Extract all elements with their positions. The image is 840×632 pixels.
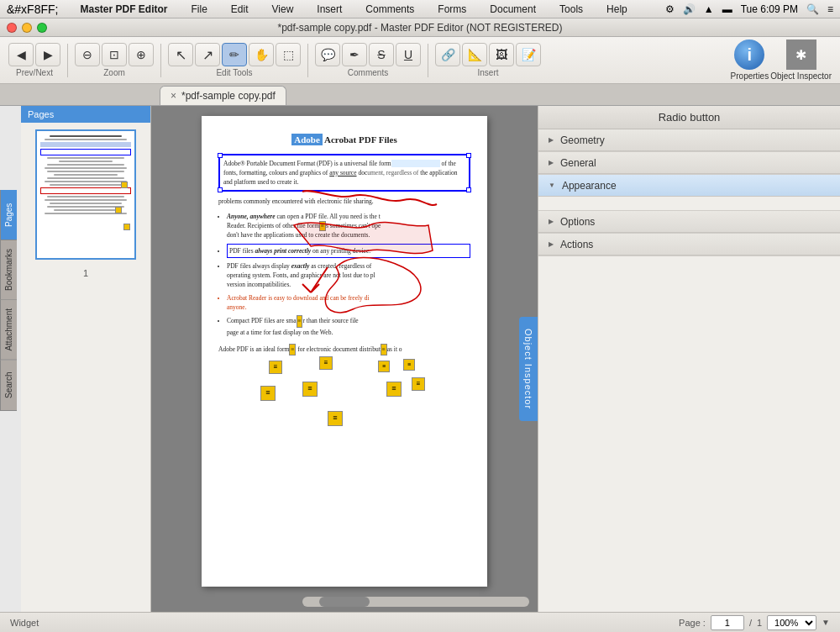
menu-file[interactable]: File (186, 2, 212, 17)
geometry-triangle: ▶ (549, 136, 554, 144)
link-button[interactable]: 🔗 (435, 43, 460, 66)
status-bar: Widget Page : / 1 100% 75% 125% 150% ▼ (0, 612, 840, 632)
inspector-title: Radio button (538, 106, 840, 129)
widget-label: Widget (10, 618, 39, 628)
bullet-5: Compact PDF files are sma≡r than their s… (227, 315, 470, 337)
pen-button[interactable]: ✒ (342, 43, 367, 66)
tab-bar: × *pdf-sample copy.pdf (0, 84, 840, 106)
handle-br (466, 187, 471, 192)
image-button[interactable]: 🖼 (489, 43, 514, 66)
edit-content-button[interactable]: ✏ (222, 43, 247, 66)
field-icon-9: ≡ (328, 411, 343, 426)
field-icon-6: ≡ (302, 382, 318, 397)
object-inspector-button[interactable]: ✱ Object Inspector (770, 40, 832, 81)
bookmarks-tab[interactable]: Bookmarks (0, 240, 17, 300)
select-tool-button[interactable]: ↖ (168, 43, 193, 66)
menu-extra-icon[interactable]: ≡ (827, 3, 833, 15)
text-selection-box: Adobe® Portable Document Format (PDF) is… (218, 154, 470, 192)
window-controls (7, 23, 47, 33)
actions-section-header[interactable]: ▶ Actions (538, 234, 840, 255)
pdf-page: Adobe Acrobat PDF Files Adobe® Portable … (202, 116, 487, 587)
general-section-header[interactable]: ▶ General (538, 152, 840, 174)
pdf-para1: Adobe® Portable Document Format (PDF) is… (223, 159, 465, 187)
page-thumbnail[interactable] (35, 129, 136, 260)
menu-edit[interactable]: Edit (226, 2, 254, 17)
menu-tools[interactable]: Tools (554, 2, 588, 17)
field-icon-5: ≡ (260, 386, 276, 401)
strikethrough-button[interactable]: S (369, 43, 394, 66)
menu-help[interactable]: Help (601, 2, 633, 17)
zoom-label: Zoom (103, 68, 125, 77)
general-triangle: ▶ (549, 159, 554, 166)
battery-icon: ▬ (722, 3, 732, 15)
options-section-header[interactable]: ▶ Options (538, 211, 840, 233)
properties-button[interactable]: i Properties (731, 40, 769, 81)
pdf-footer-area: Adobe PDF is an ideal form≡ for electron… (218, 344, 470, 445)
pdf-area[interactable]: Adobe Acrobat PDF Files Adobe® Portable … (151, 106, 538, 612)
actions-triangle: ▶ (549, 240, 554, 248)
appearance-content (538, 197, 840, 210)
next-button[interactable]: ▶ (35, 43, 60, 66)
hand-tool-button[interactable]: ✋ (249, 43, 274, 66)
geometry-section-header[interactable]: ▶ Geometry (538, 129, 840, 151)
geometry-label: Geometry (560, 134, 605, 146)
measure-button[interactable]: 📐 (462, 43, 487, 66)
select-area-button[interactable]: ⬚ (276, 43, 301, 66)
toolbar-group-prevnext: ◀ ▶ Prev/Next (8, 43, 60, 77)
pdf-footer-text: Adobe PDF is an ideal form≡ for electron… (218, 344, 470, 356)
apple-menu[interactable]: &#xF8FF; (7, 3, 58, 16)
text-select-button[interactable]: ↗ (195, 43, 220, 66)
zoom-in-button[interactable]: ⊕ (129, 43, 154, 66)
maximize-button[interactable] (37, 23, 47, 33)
vertical-tabs: Pages Bookmarks Attachment Search (0, 190, 17, 411)
prev-button[interactable]: ◀ (8, 43, 34, 66)
gear-icon[interactable]: ⚙ (665, 3, 675, 15)
stamp-button[interactable]: 📝 (516, 43, 541, 66)
zoom-reset-button[interactable]: ⊡ (102, 43, 127, 66)
close-button[interactable] (7, 23, 17, 33)
zoom-out-button[interactable]: ⊖ (75, 43, 100, 66)
title-bar: *pdf-sample copy.pdf - Master PDF Editor… (0, 18, 840, 37)
attachment-tab[interactable]: Attachment (0, 300, 17, 361)
menu-bar-right: ⚙ 🔊 ▲ ▬ Tue 6:09 PM 🔍 ≡ (665, 3, 833, 15)
inspector-panel: Radio button ▶ Geometry ▶ General ▼ Appe… (538, 106, 840, 612)
zoom-select[interactable]: 100% 75% 125% 150% (767, 615, 816, 630)
minimize-button[interactable] (22, 23, 32, 33)
menu-forms[interactable]: Forms (433, 2, 471, 17)
menu-view[interactable]: View (267, 2, 299, 17)
field-icon-4: ≡ (403, 359, 415, 371)
volume-icon[interactable]: 🔊 (683, 3, 696, 15)
menu-insert[interactable]: Insert (312, 2, 347, 17)
geometry-section: ▶ Geometry (538, 129, 840, 152)
page-input[interactable] (711, 615, 744, 630)
field-icon-8: ≡ (412, 377, 425, 391)
pdf-para2: problems commonly encountered with elect… (218, 197, 470, 206)
options-section: ▶ Options (538, 211, 840, 234)
underline-button[interactable]: U (396, 43, 421, 66)
menu-document[interactable]: Document (485, 2, 541, 17)
menu-app[interactable]: Master PDF Editor (75, 2, 172, 17)
comment-button[interactable]: 💬 (315, 43, 340, 66)
horizontal-scrollbar[interactable] (302, 597, 529, 607)
field-icon-3: ≡ (378, 361, 390, 372)
toolbar-group-insert: 🔗 📐 🖼 📝 Insert (435, 43, 541, 77)
search-icon[interactable]: 🔍 (806, 3, 819, 15)
zoom-dropdown-icon[interactable]: ▼ (822, 618, 830, 627)
page-separator: / (749, 618, 752, 628)
bullet-4: Acrobat Reader is easy to download and c… (227, 293, 470, 313)
bullet-1: Anyone, anywhere can open a PDF file. Al… (227, 212, 470, 240)
pages-tab[interactable]: Pages (0, 190, 17, 240)
options-triangle: ▶ (549, 218, 554, 225)
appearance-section-header[interactable]: ▼ Appearance (538, 175, 840, 197)
wifi-icon[interactable]: ▲ (704, 3, 714, 15)
actions-section: ▶ Actions (538, 234, 840, 256)
tab-close-icon[interactable]: × (171, 90, 176, 102)
object-inspector-side-tab[interactable]: Object Inspector (519, 317, 538, 421)
sep1 (67, 44, 68, 77)
menu-comments[interactable]: Comments (360, 2, 419, 17)
insert-label: Insert (477, 68, 498, 77)
search-tab[interactable]: Search (0, 361, 17, 411)
scrollbar-thumb[interactable] (319, 597, 370, 607)
document-tab[interactable]: × *pdf-sample copy.pdf (160, 86, 286, 105)
bullet-2: PDF files always print correctly on any … (227, 244, 470, 258)
